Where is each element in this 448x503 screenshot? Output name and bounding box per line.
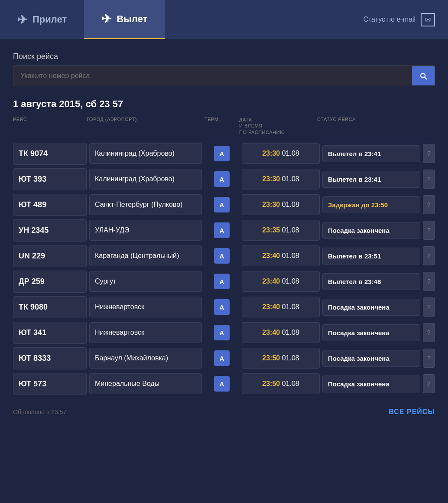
flight-time: 23:40 (262, 303, 280, 310)
terminal-badge: A (214, 146, 230, 161)
terminal-badge: A (214, 299, 230, 315)
cell-flight[interactable]: ЮТ 341 (13, 322, 87, 344)
terminal-badge: A (214, 171, 230, 187)
help-button[interactable]: ? (423, 297, 435, 317)
flight-date: 01.08 (282, 201, 299, 208)
cell-city: Барнаул (Михайловка) (89, 348, 202, 369)
tab-arrival-label: Прилет (32, 14, 67, 25)
cell-datetime: 23:40 01.08 (242, 322, 320, 343)
table-header: РЕЙС ГОРОД (АЭРОПОРТ) ТЕРМ. ДАТА И ВРЕМЯ… (13, 117, 435, 139)
flight-date: 01.08 (282, 226, 299, 234)
terminal-badge: A (214, 376, 230, 392)
cell-term: A (205, 299, 239, 315)
cell-flight[interactable]: ЮТ 393 (13, 168, 87, 190)
cell-status: Вылетел в 23:48 ? (322, 272, 435, 291)
cell-term: A (205, 376, 239, 392)
table-row: УН 2345 УЛАН-УДЭ A 23:35 01.08 Посадка з… (13, 219, 435, 242)
tab-arrival[interactable]: ✈ Прилет (0, 0, 84, 39)
cell-city: Сургут (89, 271, 202, 292)
cell-term: A (205, 146, 239, 161)
tab-departure-label: Вылет (117, 13, 147, 25)
cell-status: Посадка закончена ? (322, 374, 435, 393)
terminal-badge: A (214, 197, 230, 212)
help-button[interactable]: ? (423, 349, 435, 368)
cell-status: Вылетел в 23:41 ? (322, 170, 435, 189)
flight-date: 01.08 (282, 303, 299, 310)
cell-status: Посадка закончена ? (322, 349, 435, 368)
flight-time: 23:30 (262, 201, 280, 208)
cell-city: Нижневартовск (89, 297, 202, 317)
search-button[interactable] (412, 66, 435, 85)
flight-table: ТК 9074 Калининград (Храброво) A 23:30 0… (13, 143, 435, 395)
all-flights-link[interactable]: ВСЕ РЕЙСЫ (389, 408, 435, 416)
cell-flight[interactable]: УН 2345 (13, 219, 87, 242)
departure-icon: ✈ (101, 12, 111, 26)
help-button[interactable]: ? (423, 144, 435, 163)
cell-flight[interactable]: UN 229 (13, 245, 87, 267)
cell-flight[interactable]: ТК 9080 (13, 296, 87, 318)
cell-city: Караганда (Центральный) (89, 245, 202, 266)
help-button[interactable]: ? (423, 272, 435, 291)
flight-time: 23:35 (262, 226, 280, 234)
flight-time: 23:40 (262, 329, 280, 336)
cell-datetime: 23:30 01.08 (242, 143, 320, 164)
cell-term: A (205, 274, 239, 289)
cell-flight[interactable]: ДР 259 (13, 271, 87, 293)
table-row: ЮТ 393 Калининград (Храброво) A 23:30 01… (13, 168, 435, 190)
search-input[interactable] (13, 66, 412, 86)
cell-city: Санкт-Петербург (Пулково) (89, 194, 202, 215)
status-text: Вылетел в 23:41 (322, 145, 420, 162)
status-text: Посадка закончена (322, 222, 420, 239)
main-content: Поиск рейса 1 августа 2015, сб 23 57 РЕЙ… (0, 39, 448, 503)
cell-city: Нижневартовск (89, 322, 202, 343)
cell-datetime: 23:30 01.08 (242, 194, 320, 215)
email-icon: ✉ (425, 16, 431, 24)
cell-city: Калининград (Храброво) (89, 143, 202, 164)
cell-datetime: 23:40 01.08 (242, 245, 320, 266)
cell-datetime: 23:50 01.08 (242, 373, 320, 394)
cell-status: Вылетел в 23:41 ? (322, 144, 435, 163)
col-header-datetime: ДАТА И ВРЕМЯ по расписанию (239, 117, 317, 135)
cell-term: A (205, 222, 239, 238)
status-text: Посадка закончена (322, 299, 420, 316)
cell-city: Калининград (Храброво) (89, 169, 202, 189)
col-header-status: СТАТУС РЕЙСА (317, 117, 435, 135)
flight-time: 23:30 (262, 175, 280, 183)
search-label: Поиск рейса (13, 52, 435, 61)
help-button[interactable]: ? (423, 195, 435, 214)
cell-term: A (205, 197, 239, 212)
flight-time: 23:50 (262, 354, 280, 362)
cell-datetime: 23:35 01.08 (242, 220, 320, 241)
flight-date: 01.08 (282, 278, 299, 285)
table-row: ЮТ 341 Нижневартовск A 23:40 01.08 Посад… (13, 322, 435, 344)
cell-term: A (205, 171, 239, 187)
cell-status: Посадка закончена ? (322, 221, 435, 240)
cell-flight[interactable]: ЮТ 8333 (13, 347, 87, 369)
help-button[interactable]: ? (423, 170, 435, 189)
cell-status: Посадка закончена ? (322, 297, 435, 317)
tab-departure[interactable]: ✈ Вылет (84, 0, 165, 39)
table-row: UN 229 Караганда (Центральный) A 23:40 0… (13, 245, 435, 267)
flight-date: 01.08 (282, 329, 299, 336)
date-line: 1 августа 2015, сб 23 57 (13, 98, 435, 110)
cell-flight[interactable]: ЮТ 489 (13, 194, 87, 216)
header: ✈ Прилет ✈ Вылет Статус по e-mail ✉ (0, 0, 448, 39)
flight-date: 01.08 (282, 380, 299, 387)
help-button[interactable]: ? (423, 323, 435, 342)
flight-date: 01.08 (282, 175, 299, 183)
email-icon-box[interactable]: ✉ (421, 13, 435, 26)
cell-city: Минеральные Воды (89, 373, 202, 394)
cell-datetime: 23:30 01.08 (242, 169, 320, 189)
help-button[interactable]: ? (423, 246, 435, 265)
footer-updated: Обновлено в 23:57 (13, 408, 66, 415)
col-header-flight: РЕЙС (13, 117, 87, 135)
flight-time: 23:50 (262, 380, 280, 387)
status-text: Вылетел в 23:41 (322, 171, 420, 188)
cell-flight[interactable]: ЮТ 573 (13, 373, 87, 395)
status-text: Задержан до 23:50 (322, 196, 420, 213)
terminal-badge: A (214, 274, 230, 289)
cell-flight[interactable]: ТК 9074 (13, 143, 87, 165)
help-button[interactable]: ? (423, 374, 435, 393)
help-button[interactable]: ? (423, 221, 435, 240)
table-row: ЮТ 573 Минеральные Воды A 23:50 01.08 По… (13, 373, 435, 395)
